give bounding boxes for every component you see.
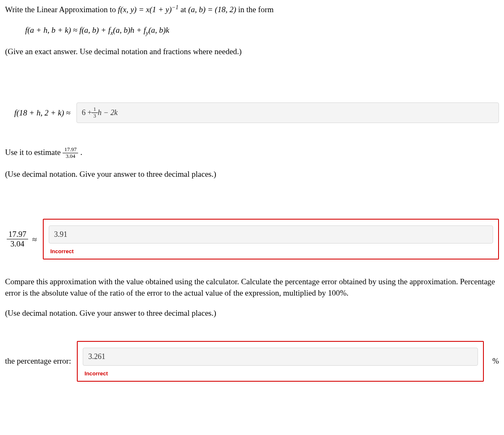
q3-label: the percentage error: (5, 356, 71, 367)
q1-at: at (181, 5, 188, 14)
q2-answer-input[interactable]: 3.91 (49, 225, 493, 244)
q3-answer-input[interactable]: 3.261 (83, 348, 478, 366)
q3-feedback: Incorrect (84, 370, 478, 377)
q1-ans-pre: 6 + (82, 107, 92, 118)
q2-prompt: Use it to estimate 17.97 3.04 . (5, 147, 499, 160)
q2-answer-row: 17.97 3.04 ≈ 3.91 Incorrect (5, 219, 499, 259)
q3-answer-row: the percentage error: 3.261 Incorrect % (5, 341, 499, 382)
q2-incorrect-frame: 3.91 Incorrect (43, 219, 499, 259)
q2-period: . (80, 148, 82, 157)
q1-answer-row: f(18 + h, 2 + k) ≈ 6 + 1 3 h − 2k (5, 102, 499, 123)
q3-para: Compare this approximation with the valu… (5, 276, 499, 299)
q1-func: f(x, y) = x(1 + y)−1 (118, 5, 181, 14)
q1-prompt: Write the Linear Approximation to f(x, y… (5, 3, 499, 16)
q3-incorrect-frame: 3.261 Incorrect (77, 341, 484, 382)
percent-symbol: % (490, 356, 499, 367)
q2-pre: Use it to estimate (5, 148, 63, 157)
q2-target-fraction: 17.97 3.04 (63, 147, 78, 160)
q2-feedback: Incorrect (50, 248, 493, 255)
q2-instructions: (Use decimal notation. Give your answer … (5, 169, 499, 180)
q1-text-pre: Write the Linear Approximation to (5, 5, 118, 14)
q1-ans-post: h − 2k (98, 107, 118, 118)
q1-ans-fraction: 1 3 (92, 106, 98, 119)
approx-symbol: ≈ (32, 233, 37, 245)
q1-instructions: (Give an exact answer. Use decimal notat… (5, 46, 499, 58)
q1-point: (a, b) = (18, 2) (188, 5, 236, 14)
q1-formula: f(a + h, b + k) ≈ f(a, b) + fx(a, b)h + … (5, 25, 499, 37)
q2-lhs-fraction: 17.97 3.04 (7, 230, 28, 249)
q1-lhs: f(18 + h, 2 + k) ≈ (5, 107, 71, 119)
q3-instructions: (Use decimal notation. Give your answer … (5, 308, 499, 319)
q1-inform: in the form (238, 5, 273, 14)
q1-answer-input[interactable]: 6 + 1 3 h − 2k (76, 102, 499, 123)
